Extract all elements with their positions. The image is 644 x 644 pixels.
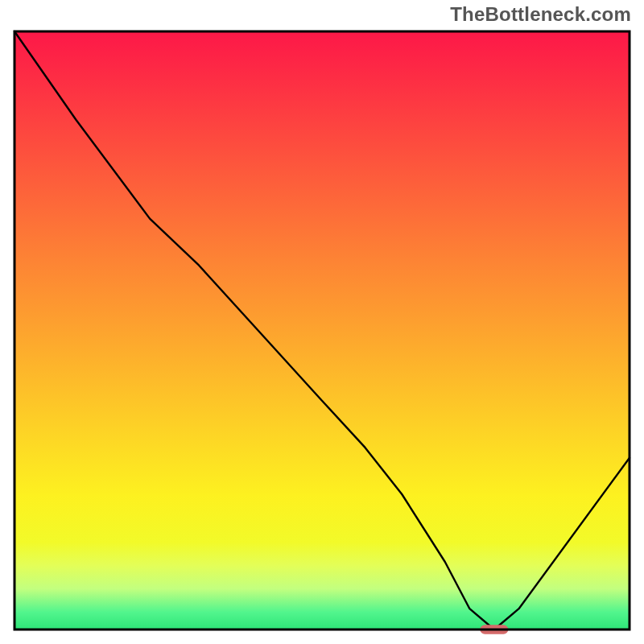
gradient-background: [14, 31, 630, 630]
bottleneck-chart: [0, 0, 644, 644]
